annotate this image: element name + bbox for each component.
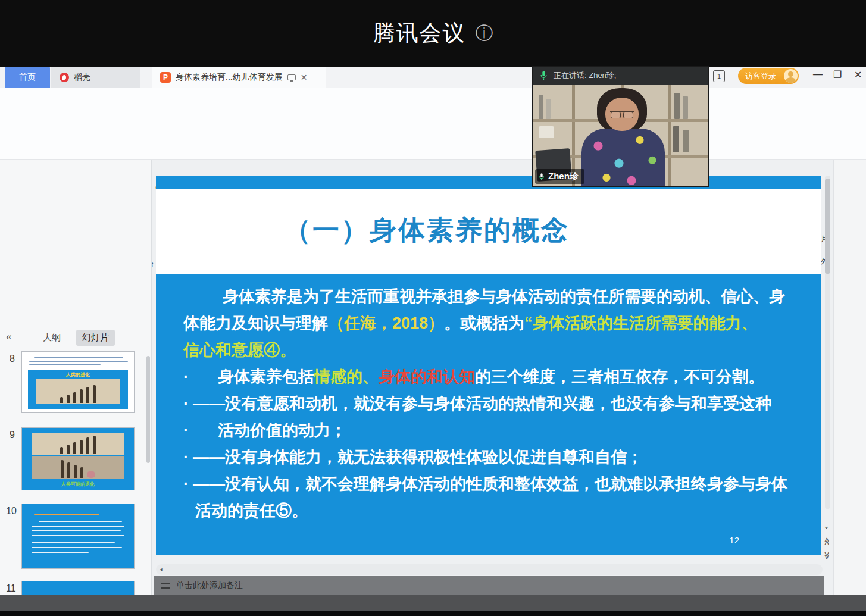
thumb-8-number: 8: [10, 354, 15, 364]
thumb-10-number: 10: [6, 506, 17, 517]
bullet-dot: ·: [183, 471, 193, 498]
slide-text-highlight: 信心和意愿④。: [183, 341, 296, 359]
slide-canvas[interactable]: （一）身体素养的概念 身体素养是为了生活而重视并承担参与身体活动的责任所需要的动…: [156, 176, 821, 555]
horizontal-scrollbar[interactable]: ◂: [156, 564, 823, 575]
avatar: [784, 69, 798, 83]
minimize-button[interactable]: —: [813, 69, 823, 80]
slide-thumbnail-9[interactable]: 人类可能的退化: [21, 427, 135, 490]
participant-name-label: Zhen珍: [535, 169, 584, 184]
slide-text-highlight: 情感的、: [314, 368, 379, 386]
bottom-strip: [0, 611, 866, 616]
tab-outline[interactable]: 大纲: [43, 332, 61, 343]
scroll-down-icon[interactable]: ⌄: [823, 521, 830, 530]
home-toolbar: 粘贴 ▾ 剪切 复制 格式刷 当页开始 ▾ 新建幻灯片 版式 ▾ 重置 节 ▾ …: [0, 113, 866, 160]
app-root: 腾讯会议 ⓘ 首页 稻壳 P 身体素养培育...幼儿体育发展 ✕ ＋ 1 访客登…: [0, 0, 866, 616]
tab-home[interactable]: 首页: [5, 67, 50, 88]
slide-text: 体能力及知识与理解: [183, 314, 328, 332]
slide-text: 。或概括为: [444, 314, 524, 332]
slide-thumbnail-8[interactable]: 人类的进化: [21, 351, 135, 413]
slide-text: 的三个维度，三者相互依存，不可分割。: [475, 368, 764, 386]
notes-placeholder[interactable]: 单击此处添加备注: [176, 580, 243, 591]
slide-panel: « 大纲 幻灯片 8 人类的进化 9: [0, 160, 152, 595]
devolution-image: [32, 456, 124, 479]
tab-slides[interactable]: 幻灯片: [76, 330, 115, 346]
slide-text: 身体素养包括: [218, 368, 314, 386]
participant-body: [581, 129, 665, 186]
window-count-badge[interactable]: 1: [713, 70, 725, 82]
bullet-dot: ·: [183, 417, 218, 444]
mic-icon-small: [539, 173, 545, 181]
thumb-9-caption: 人类可能的退化: [22, 481, 134, 487]
present-monitor-icon[interactable]: [287, 74, 296, 80]
ribbon-tab-row: ≡ 文件 ∨ ↺ ▾ ↻ ⌄ 开始 插入 设计 切换 动画 放映 审阅 视图 开…: [0, 88, 866, 113]
slide-text-citation: （任海，2018）: [328, 314, 444, 332]
slide-text: ——没有认知，就不会理解身体活动的性质和整体效益，也就难以承担终身参与身体: [193, 475, 787, 493]
wpp-presentation-icon: P: [160, 72, 171, 83]
guest-login-button[interactable]: 访客登录: [738, 68, 799, 84]
speaking-label: 正在讲话: Zhen珍;: [554, 70, 616, 81]
bullet-dot: ·: [183, 390, 193, 417]
participant-name: Zhen珍: [548, 171, 579, 182]
tab-document[interactable]: P 身体素养培育...幼儿体育发展 ✕: [152, 67, 326, 88]
slide-text: 活动的责任⑤。: [195, 502, 308, 520]
restore-button[interactable]: ❐: [833, 69, 842, 80]
slide-title: （一）身体素养的概念: [284, 212, 570, 248]
participant-glasses: [610, 111, 634, 116]
slide-top-band: [156, 176, 821, 189]
meeting-title: 腾讯会议: [373, 18, 466, 48]
previous-slide-icon[interactable]: ≪: [823, 537, 831, 546]
slide-text: ——没有身体能力，就无法获得积极性体验以促进自尊和自信；: [193, 448, 643, 466]
tab-close-icon[interactable]: ✕: [301, 73, 308, 82]
collapse-panel-icon[interactable]: «: [6, 331, 11, 343]
slide-text: 身体素养是为了生活而重视并承担参与身体活动的责任所需要的动机、信心、身: [223, 287, 785, 305]
docer-icon: [60, 73, 69, 82]
scroll-left-icon[interactable]: ◂: [160, 565, 163, 573]
status-bar: 幻灯片 12 / 41 带状 T? 缺失字体 S 中 ’ ☺ 智能美化 ▴ 备注…: [0, 595, 866, 611]
meeting-title-bar: 腾讯会议 ⓘ: [0, 0, 866, 67]
right-tool-rail: ☆ ↻ ? •••: [833, 160, 866, 595]
wps-tab-bar: 首页 稻壳 P 身体素养培育...幼儿体育发展 ✕ ＋: [0, 67, 866, 88]
evolution-image: [36, 379, 120, 404]
notes-bar[interactable]: 单击此处添加备注: [154, 576, 824, 595]
thumb-8-caption: 人类的进化: [28, 371, 128, 378]
thumb-11-number: 11: [6, 583, 16, 594]
slide-body: 身体素养是为了生活而重视并承担参与身体活动的责任所需要的动机、信心、身 体能力及…: [156, 274, 821, 555]
next-slide-icon[interactable]: ≫: [823, 552, 831, 560]
slide-text-highlight: “身体活跃的生活所需要的能力、: [524, 314, 758, 332]
slide-text: ——没有意愿和动机，就没有参与身体活动的热情和兴趣，也没有参与和享受这种: [193, 395, 771, 412]
close-button[interactable]: ✕: [854, 69, 862, 80]
evolution-image: [32, 433, 124, 455]
speaking-banner: 正在讲话: Zhen珍;: [533, 67, 708, 85]
meeting-info-icon[interactable]: ⓘ: [476, 21, 493, 46]
slide-thumbnail-10[interactable]: [21, 504, 135, 569]
slide-text-highlight-red: 身体的和认知: [379, 368, 475, 386]
thumb-9-number: 9: [10, 430, 15, 440]
mic-icon: [540, 70, 548, 81]
meeting-video-overlay[interactable]: 正在讲话: Zhen珍; Z: [533, 67, 708, 186]
tab-docer[interactable]: 稻壳: [51, 67, 140, 88]
notes-icon: [161, 583, 170, 589]
slide-text: 活动价值的动力；: [218, 421, 346, 439]
sidebar-scrollbar[interactable]: [146, 356, 150, 463]
vertical-scrollbar-thumb[interactable]: [825, 179, 830, 274]
slide-page-number: 12: [729, 535, 739, 545]
bullet-dot: ·: [183, 364, 218, 390]
bullet-dot: ·: [183, 444, 193, 471]
